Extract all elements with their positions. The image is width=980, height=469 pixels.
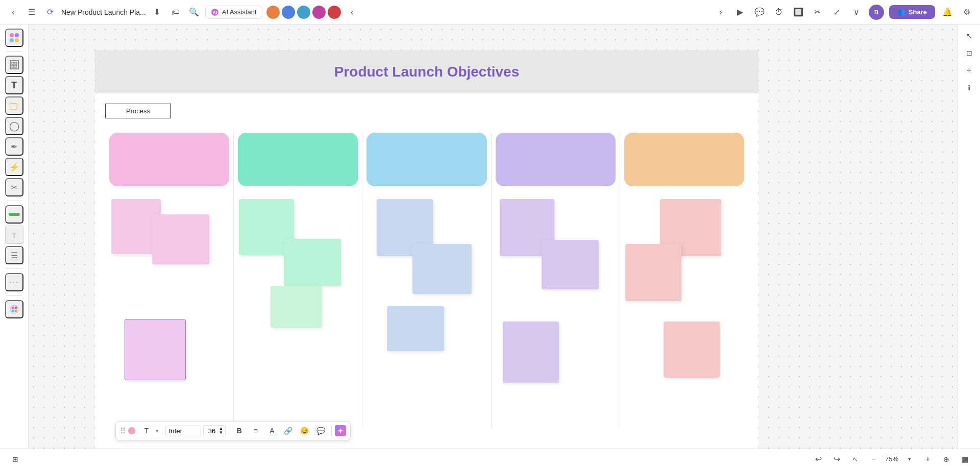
canvas-content: Product Launch Objectives Process xyxy=(95,50,758,449)
avatar-5[interactable] xyxy=(328,6,341,19)
notifications-button[interactable]: 🔔 xyxy=(940,5,954,19)
pages-button[interactable]: ⊞ xyxy=(8,452,22,466)
process-box[interactable]: Process xyxy=(105,104,171,118)
zoom-out-button[interactable]: − xyxy=(867,452,881,466)
col-header-pink xyxy=(109,133,229,186)
col-header-purple xyxy=(496,133,616,186)
text-type-button[interactable]: T xyxy=(139,424,154,438)
sticky-mint-2[interactable] xyxy=(284,239,341,286)
sidebar-tool-list[interactable]: ☰ xyxy=(5,246,23,264)
refresh-button[interactable]: ⟳ xyxy=(43,5,57,19)
expand-button[interactable]: › xyxy=(714,5,728,19)
sidebar-tool-shape[interactable]: ◯ xyxy=(5,117,23,135)
sidebar-tool-palette[interactable] xyxy=(5,300,23,318)
undo-button[interactable]: ↩ xyxy=(812,452,826,466)
sidebar-tool-sticky[interactable]: ◻ xyxy=(5,96,23,115)
menu-button[interactable]: ☰ xyxy=(24,5,39,19)
crop-button[interactable]: ✂ xyxy=(811,5,825,19)
search-button[interactable]: 🔍 xyxy=(187,5,201,19)
zoom-board-button[interactable]: 🔲 xyxy=(791,5,805,19)
bottom-right: ↩ ↪ ↖ − 75% ▾ + ⊕ ▦ xyxy=(812,452,972,466)
avatar-3[interactable] xyxy=(297,6,310,19)
sticky-purple-3[interactable] xyxy=(503,322,559,383)
sidebar-tool-more[interactable]: ··· xyxy=(5,273,23,291)
zoom-level: 75% xyxy=(885,455,898,463)
sticky-pink-2[interactable] xyxy=(152,214,209,264)
comment-button[interactable]: 💬 xyxy=(314,424,328,438)
document-title: New Product Launch Pla... xyxy=(61,8,146,16)
svg-rect-8 xyxy=(15,62,17,64)
emoji-button[interactable]: 😊 xyxy=(298,424,312,438)
sticky-mint-3[interactable] xyxy=(271,286,322,328)
column-pink xyxy=(105,133,234,429)
column-orange xyxy=(620,133,748,429)
grid-view-button[interactable]: ▦ xyxy=(958,452,972,466)
settings-button[interactable]: ⚙ xyxy=(960,5,974,19)
drag-handle[interactable]: ⠿ xyxy=(120,426,126,436)
svg-point-4 xyxy=(10,38,14,42)
timer-button[interactable]: ⏱ xyxy=(772,5,786,19)
sidebar-tool-pen[interactable]: ✒ xyxy=(5,137,23,156)
font-family-input[interactable] xyxy=(165,426,201,436)
sidebar-tool-frame[interactable] xyxy=(5,56,23,74)
sidebar-tool-highlighter[interactable] xyxy=(5,205,23,224)
ai-assistant-button[interactable]: AI AI Assistant xyxy=(205,6,262,19)
font-size-down[interactable]: ▼ xyxy=(219,431,223,435)
avatar-2[interactable] xyxy=(282,6,295,19)
svg-rect-9 xyxy=(12,65,14,67)
col-header-orange xyxy=(624,133,744,186)
link-button[interactable]: 🔗 xyxy=(281,424,296,438)
right-tool-info[interactable]: ℹ xyxy=(962,81,976,95)
avatar-1[interactable] xyxy=(266,6,280,19)
ai-icon: AI xyxy=(211,8,219,16)
align-button[interactable]: ≡ xyxy=(249,424,263,438)
right-sidebar: ↖ ⊡ + ℹ xyxy=(958,24,980,449)
right-tool-crop[interactable]: ⊡ xyxy=(962,46,976,60)
user-avatar[interactable]: B xyxy=(869,5,884,20)
right-tool-cursor[interactable]: ↖ xyxy=(962,29,976,43)
palette-icon xyxy=(9,304,20,315)
more-options-button[interactable]: ∨ xyxy=(849,5,864,19)
svg-point-15 xyxy=(14,310,17,312)
ai-format-button[interactable] xyxy=(335,425,346,436)
sidebar-tool-text2[interactable]: T xyxy=(5,226,23,244)
back-button[interactable]: ‹ xyxy=(6,5,20,19)
redo-button[interactable]: ↪ xyxy=(830,452,844,466)
svg-point-11 xyxy=(10,305,18,313)
sticky-salmon-3[interactable] xyxy=(664,322,720,378)
cursor-mode-button[interactable]: ↖ xyxy=(848,452,863,466)
fit-view-button[interactable]: ⊕ xyxy=(939,452,953,466)
arrow-down-icon[interactable]: ▾ xyxy=(156,428,159,434)
sidebar-tool-brush[interactable]: ⚡ xyxy=(5,158,23,176)
zoom-dropdown-button[interactable]: ▾ xyxy=(902,452,917,466)
bold-button[interactable]: B xyxy=(232,424,247,438)
collapse-panel-button[interactable]: ‹ xyxy=(345,5,359,19)
sidebar-tool-text[interactable]: T xyxy=(5,76,23,94)
comment-button[interactable]: 💬 xyxy=(752,5,767,19)
sticky-salmon-2[interactable] xyxy=(625,244,681,301)
svg-rect-6 xyxy=(10,61,18,69)
sticky-blue-2[interactable] xyxy=(412,244,472,294)
sidebar-divider-3 xyxy=(6,268,22,269)
workspace-avatar-group xyxy=(266,6,341,19)
canvas-area[interactable]: Product Launch Objectives Process xyxy=(29,24,958,449)
zoom-in-button[interactable]: + xyxy=(921,452,935,466)
toolbar-right: › ▶ 💬 ⏱ 🔲 ✂ ⤢ ∨ B 👥 Share 🔔 ⚙ xyxy=(714,5,974,20)
avatar-4[interactable] xyxy=(312,6,326,19)
sidebar-tool-home[interactable] xyxy=(5,29,23,47)
right-tool-add[interactable]: + xyxy=(962,63,976,78)
download-button[interactable]: ⬇ xyxy=(150,5,164,19)
tag-button[interactable]: 🏷 xyxy=(168,5,183,19)
column-purple xyxy=(492,133,620,429)
sticky-pink-3[interactable] xyxy=(125,319,186,380)
share-button[interactable]: 👥 Share xyxy=(889,5,935,19)
sidebar-tool-scissors[interactable]: ✂ xyxy=(5,178,23,196)
present-button[interactable]: ▶ xyxy=(733,5,747,19)
highlighter-icon xyxy=(9,213,20,216)
share-options-button[interactable]: ⤢ xyxy=(830,5,844,19)
text-color-button[interactable]: A xyxy=(265,424,279,438)
sticky-blue-3[interactable] xyxy=(387,306,444,351)
sticky-purple-2[interactable] xyxy=(542,240,599,289)
color-indicator[interactable] xyxy=(128,427,135,434)
svg-point-3 xyxy=(15,33,19,37)
